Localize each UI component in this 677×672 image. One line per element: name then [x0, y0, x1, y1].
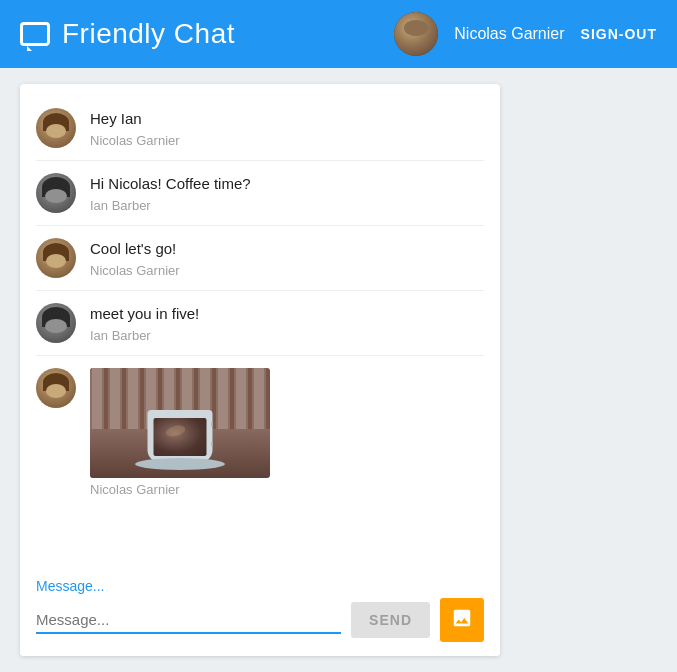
message-sender: Nicolas Garnier [90, 133, 484, 148]
signout-button[interactable]: SIGN-OUT [581, 26, 657, 42]
message-sender: Ian Barber [90, 328, 484, 343]
image-upload-button[interactable] [440, 598, 484, 642]
user-avatar [394, 12, 438, 56]
table-row: Cool let's go! Nicolas Garnier [36, 226, 484, 291]
avatar [36, 368, 76, 408]
avatar [36, 173, 76, 213]
app-title: Friendly Chat [62, 18, 235, 50]
send-button[interactable]: SEND [351, 602, 430, 638]
avatar [36, 238, 76, 278]
coffee-image [90, 368, 270, 478]
message-text: Cool let's go! [90, 238, 484, 259]
table-row: Hey Ian Nicolas Garnier [36, 96, 484, 161]
image-icon [451, 607, 473, 634]
app-header: Friendly Chat Nicolas Garnier SIGN-OUT [0, 0, 677, 68]
input-area: Message... SEND [20, 570, 500, 656]
messages-list: Hey Ian Nicolas Garnier Hi Nicolas! Coff… [20, 84, 500, 570]
header-username: Nicolas Garnier [454, 25, 564, 43]
input-row: SEND [36, 598, 484, 642]
message-input[interactable] [36, 607, 341, 634]
message-sender: Nicolas Garnier [90, 482, 484, 497]
message-body: Cool let's go! Nicolas Garnier [90, 238, 484, 278]
message-text: Hey Ian [90, 108, 484, 129]
message-body: Hi Nicolas! Coffee time? Ian Barber [90, 173, 484, 213]
message-body: Nicolas Garnier [90, 368, 484, 497]
table-row: Hi Nicolas! Coffee time? Ian Barber [36, 161, 484, 226]
header-right: Nicolas Garnier SIGN-OUT [394, 12, 657, 56]
message-sender: Nicolas Garnier [90, 263, 484, 278]
avatar-face [394, 12, 438, 56]
table-row: Nicolas Garnier [36, 356, 484, 509]
chat-card: Hey Ian Nicolas Garnier Hi Nicolas! Coff… [20, 84, 500, 656]
message-body: Hey Ian Nicolas Garnier [90, 108, 484, 148]
table-row: meet you in five! Ian Barber [36, 291, 484, 356]
message-sender: Ian Barber [90, 198, 484, 213]
message-text: meet you in five! [90, 303, 484, 324]
main-content: Hey Ian Nicolas Garnier Hi Nicolas! Coff… [0, 68, 677, 672]
chat-bubble-icon [20, 22, 50, 46]
input-label[interactable]: Message... [36, 578, 484, 594]
message-text: Hi Nicolas! Coffee time? [90, 173, 484, 194]
avatar [36, 108, 76, 148]
avatar [36, 303, 76, 343]
message-body: meet you in five! Ian Barber [90, 303, 484, 343]
header-left: Friendly Chat [20, 18, 235, 50]
